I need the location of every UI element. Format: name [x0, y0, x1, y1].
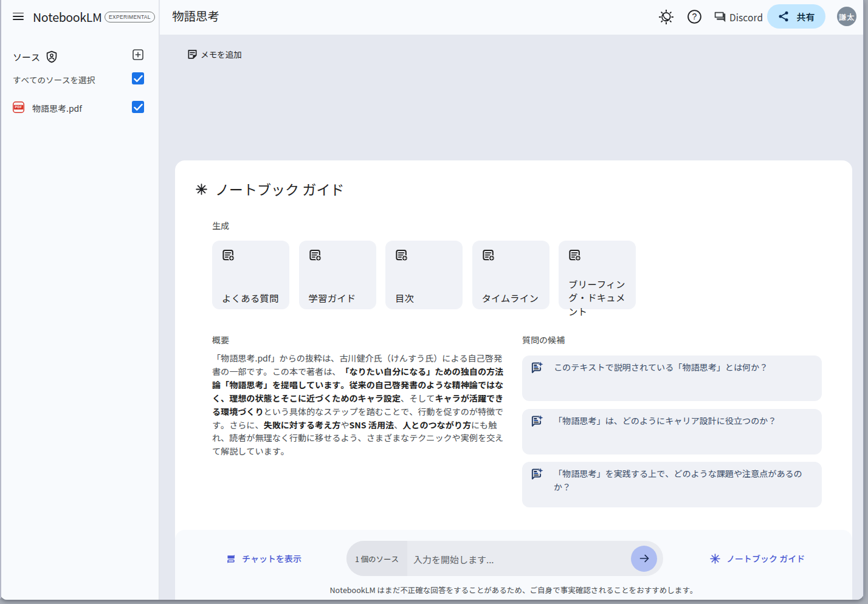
svg-text:PDF: PDF — [15, 105, 22, 109]
svg-text:?: ? — [692, 12, 697, 21]
